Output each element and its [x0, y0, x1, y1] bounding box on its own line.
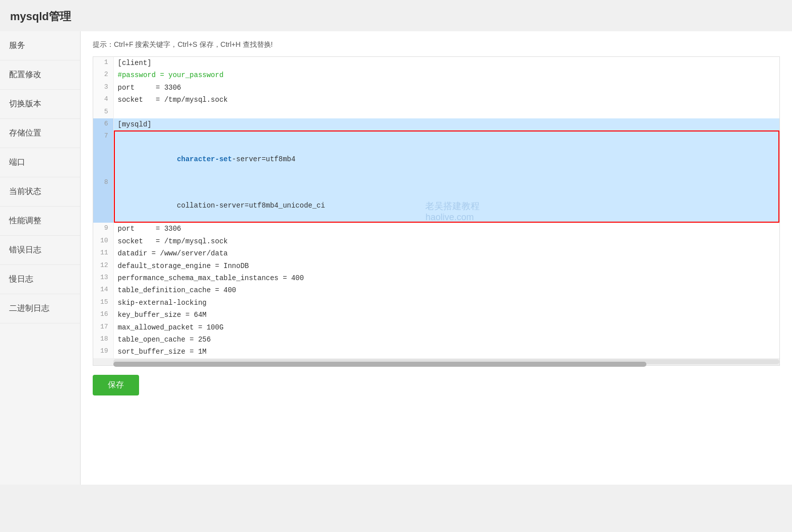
line-code: skip-external-locking: [113, 297, 779, 309]
line-code: [113, 106, 779, 118]
line-number: 9: [93, 223, 113, 235]
sidebar-item-storage[interactable]: 存储位置: [0, 119, 80, 148]
line-code: [client]: [113, 57, 779, 69]
table-row: 6 [mysqld]: [93, 118, 779, 130]
sidebar-item-version[interactable]: 切换版本: [0, 90, 80, 119]
table-row: 10 socket = /tmp/mysql.sock: [93, 235, 779, 247]
code-keyword: character-set: [177, 155, 232, 163]
table-row: 14 table_definition_cache = 400: [93, 284, 779, 296]
sidebar-item-status[interactable]: 当前状态: [0, 177, 80, 207]
sidebar-item-config[interactable]: 配置修改: [0, 60, 80, 90]
line-number: 18: [93, 334, 113, 346]
scrollbar-thumb[interactable]: [113, 362, 646, 367]
sidebar-item-slowlog[interactable]: 慢日志: [0, 265, 80, 294]
sidebar-item-binlog[interactable]: 二进制日志: [0, 294, 80, 323]
line-number: 10: [93, 235, 113, 247]
table-row: 12 default_storage_engine = InnoDB: [93, 260, 779, 272]
sidebar-item-errlog[interactable]: 错误日志: [0, 236, 80, 265]
table-row: 7 character-set-server=utf8mb4: [93, 130, 779, 177]
line-code: port = 3306: [113, 223, 779, 235]
line-code: max_allowed_packet = 100G: [113, 321, 779, 334]
line-code: performance_schema_max_table_instances =…: [113, 272, 779, 284]
line-code: key_buffer_size = 64M: [113, 309, 779, 321]
line-number: 19: [93, 346, 113, 358]
line-number: 14: [93, 284, 113, 296]
line-code: sort_buffer_size = 1M: [113, 346, 779, 358]
table-row: 15 skip-external-locking: [93, 297, 779, 309]
editor-wrapper[interactable]: 老吴搭建教程 haolive.com 1 [client] 2 #passwor…: [93, 56, 780, 366]
line-code: #password = your_password: [113, 69, 779, 81]
line-number: 11: [93, 247, 113, 259]
table-row: 11 datadir = /www/server/data: [93, 247, 779, 259]
table-row: 8 collation-server=utf8mb4_unicode_ci: [93, 177, 779, 223]
sidebar-item-perf[interactable]: 性能调整: [0, 207, 80, 236]
line-number: 8: [93, 177, 113, 223]
table-row: 18 table_open_cache = 256: [93, 334, 779, 346]
editor-table: 1 [client] 2 #password = your_password 3…: [93, 57, 779, 365]
line-code: character-set-server=utf8mb4: [113, 130, 779, 177]
content-area: 提示：Ctrl+F 搜索关键字，Ctrl+S 保存，Ctrl+H 查找替换! 老…: [81, 31, 792, 485]
line-number: 6: [93, 118, 113, 130]
line-number: 3: [93, 82, 113, 94]
table-row: 16 key_buffer_size = 64M: [93, 309, 779, 321]
line-code: table_definition_cache = 400: [113, 284, 779, 296]
scrollbar-row: [93, 358, 779, 365]
line-number: 12: [93, 260, 113, 272]
line-number: 15: [93, 297, 113, 309]
line-number: 4: [93, 94, 113, 106]
line-number: 5: [93, 106, 113, 118]
scrollbar-track[interactable]: [113, 359, 779, 364]
hint-bar: 提示：Ctrl+F 搜索关键字，Ctrl+S 保存，Ctrl+H 查找替换!: [93, 40, 780, 49]
table-row: 4 socket = /tmp/mysql.sock: [93, 94, 779, 106]
save-button[interactable]: 保存: [93, 375, 139, 395]
table-row: 3 port = 3306: [93, 82, 779, 94]
line-number: 2: [93, 69, 113, 81]
line-code: collation-server=utf8mb4_unicode_ci: [113, 177, 779, 223]
table-row: 1 [client]: [93, 57, 779, 69]
line-code: datadir = /www/server/data: [113, 247, 779, 259]
table-row: 5: [93, 106, 779, 118]
line-code: [mysqld]: [113, 118, 779, 130]
line-number: 1: [93, 57, 113, 69]
line-code: socket = /tmp/mysql.sock: [113, 94, 779, 106]
line-code: table_open_cache = 256: [113, 334, 779, 346]
line-code: default_storage_engine = InnoDB: [113, 260, 779, 272]
sidebar-item-port[interactable]: 端口: [0, 148, 80, 177]
table-row: 19 sort_buffer_size = 1M: [93, 346, 779, 358]
table-row: 13 performance_schema_max_table_instance…: [93, 272, 779, 284]
line-code: port = 3306: [113, 82, 779, 94]
line-number: 7: [93, 130, 113, 177]
line-number: 17: [93, 321, 113, 334]
table-row: 17 max_allowed_packet = 100G: [93, 321, 779, 334]
table-row: 2 #password = your_password: [93, 69, 779, 81]
line-code: socket = /tmp/mysql.sock: [113, 235, 779, 247]
page-title: mysqld管理: [0, 0, 792, 31]
line-number: 13: [93, 272, 113, 284]
comment-text: #password = your_password: [118, 71, 224, 79]
sidebar: 服务 配置修改 切换版本 存储位置 端口 当前状态 性能调整 错误日志 慢日志 …: [0, 31, 81, 485]
sidebar-item-service[interactable]: 服务: [0, 31, 80, 60]
table-row: 9 port = 3306: [93, 223, 779, 235]
line-number: 16: [93, 309, 113, 321]
